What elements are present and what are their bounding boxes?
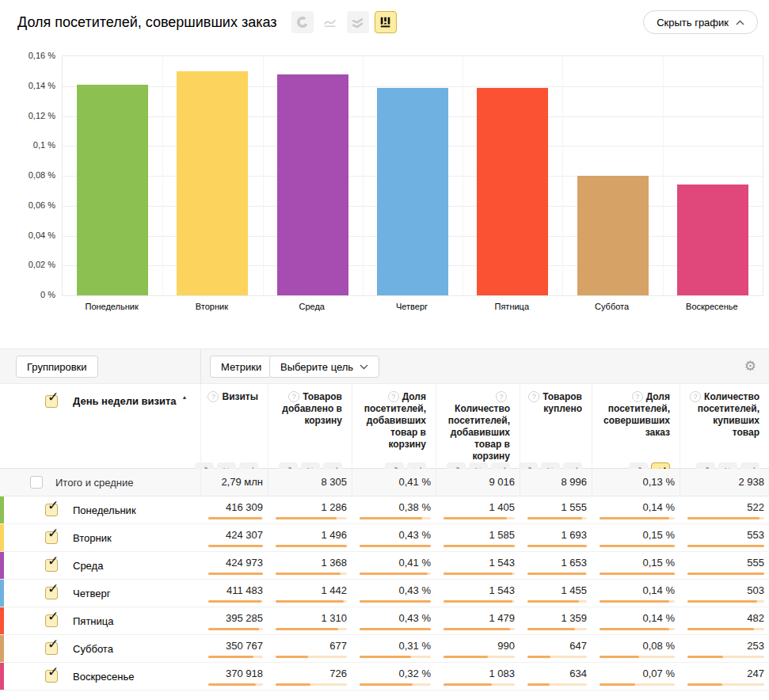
pie-chart-icon[interactable] [291, 11, 314, 33]
stacked-chart-icon[interactable] [347, 11, 369, 33]
row-checkbox[interactable] [45, 531, 58, 544]
value-bar-track [687, 628, 764, 630]
gridline [363, 56, 364, 295]
table-row: Пятница395 2851 3100,43 %1 4791 3590,14 … [0, 607, 769, 635]
value-bar-track [360, 545, 431, 547]
help-icon[interactable]: ? [496, 391, 507, 402]
toolbar-divider [200, 349, 201, 383]
value-bar-track [444, 573, 515, 575]
value-bar-fill [276, 573, 341, 575]
value-cell: 647 [520, 635, 592, 662]
select-all-checkbox[interactable] [45, 395, 58, 408]
value-cell: 634 [520, 663, 592, 690]
value-bar-fill [360, 545, 431, 547]
value-bar-fill [208, 628, 259, 630]
cell-value: 553 [680, 524, 769, 541]
column-chart-icon[interactable] [375, 11, 397, 33]
value-bar-track [444, 656, 515, 658]
help-icon[interactable]: ? [690, 391, 701, 402]
gear-icon[interactable]: ⚙ [744, 360, 756, 373]
value-bar-fill [600, 573, 675, 575]
metric-label[interactable]: ?Количество посетителей, купивших товар [685, 391, 759, 439]
totals-value: 2 938 [680, 469, 769, 488]
metric-label[interactable]: ?Товаров куплено [525, 391, 582, 415]
metric-label-text: Визиты [222, 391, 258, 402]
metric-label[interactable]: ?Визиты [207, 391, 258, 403]
metric-label[interactable]: ?Доля посетителей, добавивших товар в ко… [357, 391, 426, 451]
value-cell: 677 [268, 635, 352, 662]
value-bar-track [687, 517, 764, 519]
row-checkbox[interactable] [45, 642, 58, 655]
row-checkbox[interactable] [30, 476, 43, 489]
value-cell: 370 918 [200, 663, 268, 690]
cell-value: 677 [268, 635, 352, 652]
help-icon[interactable]: ? [288, 391, 299, 402]
value-bar-fill [444, 545, 515, 547]
value-bar-fill [276, 683, 310, 686]
row-checkbox[interactable] [45, 587, 58, 599]
help-icon[interactable]: ? [528, 391, 539, 402]
metric-label[interactable]: ?Товаров добавлено в корзину [273, 391, 342, 427]
value-cell: 0,14 % [592, 496, 680, 523]
line-chart-icon[interactable] [319, 11, 341, 33]
value-cell: 0,31 % [352, 635, 436, 662]
row-checkbox[interactable] [45, 559, 58, 572]
value-bar-fill [208, 545, 263, 547]
value-bar-track [527, 600, 587, 603]
row-checkbox[interactable] [45, 504, 58, 516]
value-cell: 1 286 [268, 496, 352, 523]
value-bar-track [687, 600, 764, 603]
row-checkbox[interactable] [45, 670, 58, 683]
value-bar-fill [687, 628, 754, 630]
value-bar-fill [276, 628, 338, 630]
value-bar-track [444, 545, 515, 547]
cell-value: 726 [268, 663, 352, 679]
help-icon[interactable]: ? [632, 391, 643, 402]
cell-value: 0,43 % [352, 607, 436, 624]
help-icon[interactable]: ? [388, 391, 399, 402]
chart-bar[interactable] [477, 88, 548, 295]
x-category-label: Четверг [362, 302, 462, 311]
sort-asc-icon[interactable]: ▲ [182, 394, 188, 400]
cell-value: 1 543 [436, 580, 520, 596]
value-cell: 0,43 % [352, 607, 436, 634]
cell-value: 1 479 [436, 607, 520, 624]
value-bar-track [208, 573, 263, 575]
totals-row: Итого и средние2,79 млн8 3050,41 %9 0168… [0, 469, 769, 496]
cell-value: 555 [680, 552, 769, 569]
metrics-button[interactable]: Метрики [210, 356, 272, 378]
totals-value: 0,13 % [592, 469, 680, 488]
value-cell: 1 455 [520, 580, 592, 607]
cell-value: 1 405 [436, 496, 520, 513]
chart-bar[interactable] [377, 88, 448, 295]
value-bar-track [444, 628, 515, 630]
cell-value: 1 543 [436, 552, 520, 569]
chart-bar[interactable] [277, 74, 348, 295]
chart-bar[interactable] [177, 71, 248, 295]
cell-value: 0,38 % [352, 496, 436, 513]
goal-selector-button[interactable]: Выберите цель [269, 356, 379, 378]
gridline [263, 56, 264, 295]
metric-label[interactable]: ?Доля посетителей, совершивших заказ [597, 391, 670, 439]
hide-chart-button[interactable]: Скрыть график [643, 10, 758, 34]
y-tick-label: 0,04 % [0, 230, 55, 240]
row-checkbox[interactable] [45, 614, 58, 627]
row-label: Пятница [73, 615, 113, 627]
row-label: Понедельник [73, 504, 136, 516]
groupings-button[interactable]: Группировки [16, 356, 98, 378]
cell-value: 1 585 [436, 524, 520, 541]
metric-label[interactable]: ?Количество посетителей, добавивших това… [441, 391, 510, 462]
cell-value: 350 767 [200, 635, 268, 652]
value-cell: 482 [680, 607, 769, 634]
help-icon[interactable]: ? [207, 391, 219, 402]
chart-bar[interactable] [577, 176, 649, 295]
value-cell: 1 543 [436, 552, 520, 579]
chart-bar[interactable] [77, 85, 148, 295]
chart-bar[interactable] [677, 185, 748, 295]
value-bar-fill [360, 517, 422, 519]
value-cell: 1 479 [436, 607, 520, 634]
value-bar-fill [687, 600, 757, 603]
table-row: Вторник424 3071 4960,43 %1 5851 6930,15 … [0, 524, 769, 552]
cell-value: 247 [680, 663, 769, 679]
value-bar-fill [600, 545, 675, 547]
